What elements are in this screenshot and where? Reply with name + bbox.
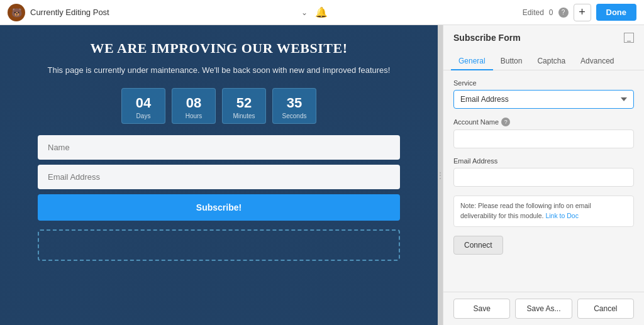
site-logo: 🐻 [8, 4, 25, 21]
countdown-days: 04 Days [121, 88, 165, 124]
save-button[interactable]: Save [453, 299, 510, 319]
topbar: 🐻 Currently Editing Post ⌄ 🔔 Edited 0 ? … [0, 0, 644, 25]
add-icon[interactable]: + [574, 4, 591, 21]
topbar-title: Currently Editing Post [30, 8, 109, 17]
panel-footer: Save Save As... Cancel [443, 292, 644, 325]
countdown-hours-label: Hours [186, 113, 203, 119]
countdown-seconds-number: 35 [287, 95, 302, 111]
tab-general[interactable]: General [451, 53, 493, 70]
account-name-help-icon[interactable]: ? [501, 118, 510, 126]
countdown-minutes-label: Minutes [233, 113, 255, 119]
countdown-seconds-label: Seconds [282, 113, 307, 119]
countdown-days-label: Days [136, 113, 151, 119]
link-to-doc[interactable]: Link to Doc [545, 212, 579, 219]
panel-tabs: General Button Captcha Advanced [443, 48, 644, 70]
preview-background: We Are Improving Our Website! This page … [0, 25, 438, 325]
countdown-days-number: 04 [136, 95, 151, 111]
account-name-label: Account Name ? [453, 118, 634, 126]
email-address-label: Email Address [453, 157, 634, 165]
tab-captcha[interactable]: Captcha [530, 53, 573, 70]
subscribe-form-fields [38, 135, 400, 189]
canvas: We Are Improving Our Website! This page … [0, 25, 438, 325]
email-address-field-group: Email Address [453, 157, 634, 187]
account-name-input[interactable] [453, 129, 634, 148]
tab-button[interactable]: Button [493, 53, 530, 70]
panel-header: Subscribe Form ⎯ [443, 25, 644, 43]
done-button[interactable]: Done [596, 4, 637, 21]
cancel-button[interactable]: Cancel [577, 299, 634, 319]
panel-title: Subscribe Form [453, 33, 521, 43]
countdown-row: 04 Days 08 Hours 52 Minutes 35 Seconds [121, 88, 316, 124]
edited-label: Edited [523, 8, 544, 17]
preview-subtitle: This page is currently under maintenance… [48, 64, 391, 77]
tab-advanced[interactable]: Advanced [573, 53, 621, 70]
dashed-drop-zone [38, 229, 400, 261]
subscribe-button[interactable]: Subscribe! [38, 194, 400, 221]
countdown-minutes: 52 Minutes [222, 88, 266, 124]
countdown-hours-number: 08 [186, 95, 201, 111]
save-as-button[interactable]: Save As... [515, 299, 572, 319]
connect-button[interactable]: Connect [453, 236, 503, 255]
panel-resize-handle[interactable] [438, 25, 443, 325]
preview-container: We Are Improving Our Website! This page … [0, 25, 438, 325]
service-field-group: Service Email Address Mailchimp ActiveCa… [453, 79, 634, 109]
minimize-icon[interactable]: ⎯ [624, 33, 634, 43]
preview-title: We Are Improving Our Website! [91, 40, 348, 57]
countdown-hours: 08 Hours [172, 88, 216, 124]
countdown-minutes-number: 52 [236, 95, 252, 111]
service-select[interactable]: Email Address Mailchimp ActiveCampaign S… [453, 90, 634, 109]
countdown-seconds: 35 Seconds [272, 88, 316, 124]
panel-body: Service Email Address Mailchimp ActiveCa… [443, 70, 644, 292]
deliverability-note: Note: Please read the following info on … [453, 196, 634, 227]
service-label: Service [453, 79, 634, 87]
account-name-field-group: Account Name ? [453, 118, 634, 148]
email-address-input[interactable] [453, 168, 634, 187]
chevron-down-icon[interactable]: ⌄ [301, 8, 308, 17]
bell-icon[interactable]: 🔔 [313, 4, 330, 21]
email-input[interactable] [38, 165, 400, 189]
right-panel: Subscribe Form ⎯ General Button Captcha … [443, 25, 644, 325]
main-area: We Are Improving Our Website! This page … [0, 25, 644, 325]
name-input[interactable] [38, 135, 400, 160]
edited-count: 0 [549, 8, 553, 17]
edited-help-icon[interactable]: ? [558, 8, 569, 18]
